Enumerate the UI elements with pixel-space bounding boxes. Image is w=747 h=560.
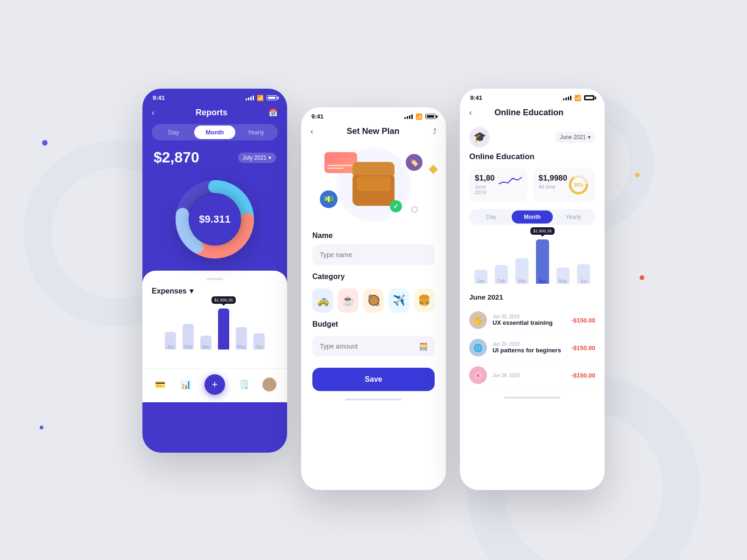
bar3-apr: $1.900,35 Apr <box>536 239 549 284</box>
txn-2: 🌐 Jun 29, 2019 UI patterns for beginers … <box>469 334 595 362</box>
nav-add-button[interactable]: + <box>204 374 225 395</box>
category-burger[interactable]: 🍔 <box>414 288 435 313</box>
txn-icon-1: 🖐️ <box>469 311 487 329</box>
phone-online-education: 9:41 📶 ‹ Online Education 🎓 <box>460 89 605 490</box>
expenses-header[interactable]: Expenses ▾ <box>152 287 278 295</box>
time-3: 9:41 <box>470 94 482 101</box>
txn-name-2: UI patterns for beginers <box>493 347 566 354</box>
period-badge-3[interactable]: June 2021 ▾ <box>555 132 595 143</box>
expense-bar-chart: Jan Feb Mar $1.900,35 Apr May <box>152 303 278 359</box>
wifi-3: 📶 <box>574 95 581 101</box>
chevron-down-icon-3: ▾ <box>588 134 591 140</box>
back-button-3[interactable]: ‹ <box>469 108 472 118</box>
tab3-yearly[interactable]: Yearly <box>553 210 594 224</box>
float-badge: 🏷️ <box>406 154 423 171</box>
june-section-title: June 2021 <box>460 293 605 307</box>
time-1: 9:41 <box>153 94 165 101</box>
edu-header: ‹ Online Education <box>460 104 605 124</box>
period-tab-bar-3: Day Month Yearly <box>469 209 595 225</box>
save-button[interactable]: Save <box>312 368 435 391</box>
profile-row: 🎓 June 2021 ▾ <box>460 124 605 152</box>
progress-label: 36% <box>574 182 583 188</box>
wifi-2: 📶 <box>416 113 423 120</box>
chevron-down-icon: ▾ <box>268 154 271 161</box>
status-bar-1: 9:41 📶 <box>142 89 287 104</box>
tab-yearly[interactable]: Yearly <box>235 126 276 139</box>
float-circle <box>411 206 418 213</box>
category-coffee[interactable]: ☕ <box>338 288 358 313</box>
calculator-icon: 🧮 <box>419 342 428 351</box>
drag-handle <box>206 278 223 280</box>
bar-label3-jan: Jan <box>477 279 485 284</box>
edu-name: Online Education <box>460 152 605 168</box>
txn-date-3: Jun 28, 2019 <box>493 373 566 378</box>
category-taxi[interactable]: 🚕 <box>312 288 333 313</box>
bar-label-jan: Jan <box>167 344 174 350</box>
name-section: Name <box>301 231 446 265</box>
bar-label-jun: Jun <box>255 344 263 350</box>
txn-date-2: Jun 29, 2019 <box>493 342 566 347</box>
bar-label-apr: Apr <box>219 344 227 350</box>
edu-icon: 🎓 <box>469 127 490 147</box>
phone-set-plan: 9:41 📶 ‹ Set New Plan ⤴ <box>301 107 446 490</box>
total-amount: $2,870 <box>154 149 199 166</box>
stat2-period: All time <box>539 184 567 189</box>
wifi-1: 📶 <box>257 95 264 101</box>
bar3-may: May <box>557 267 570 284</box>
transaction-list: 🖐️ Jun 30, 2019 UX essential training -$… <box>460 307 605 389</box>
nav-home[interactable]: 💳 <box>153 378 167 392</box>
home-indicator-2 <box>345 399 402 400</box>
back-button-2[interactable]: ‹ <box>310 126 313 136</box>
plan-title: Set New Plan <box>346 126 399 136</box>
status-icons-2: 📶 <box>404 113 436 120</box>
progress-circle: 36% <box>567 174 590 196</box>
category-travel[interactable]: ✈️ <box>388 288 409 313</box>
txn-icon-2: 🌐 <box>469 339 487 357</box>
nav-avatar[interactable] <box>262 378 276 392</box>
time-2: 9:41 <box>311 113 324 120</box>
budget-input[interactable] <box>312 336 435 357</box>
share-icon[interactable]: ⤴ <box>433 127 437 136</box>
bar-jan: Jan <box>165 332 176 350</box>
signal-3 <box>563 96 571 100</box>
plan-header: ‹ Set New Plan ⤴ <box>301 123 446 143</box>
back-button-1[interactable]: ‹ <box>152 108 155 118</box>
stats-row: $1,80 June 2019 $1,9980 All time <box>460 168 605 209</box>
battery-1 <box>267 95 277 100</box>
txn-name-1: UX essential training <box>493 319 566 326</box>
edu-bar-chart: Jan Feb Mar $1.900,35 Apr May Jun <box>460 232 605 293</box>
txn-info-2: Jun 29, 2019 UI patterns for beginers <box>493 342 566 354</box>
battery-2 <box>425 114 436 119</box>
budget-label: Budget <box>312 320 435 329</box>
bar-rect3-apr <box>536 239 549 284</box>
tab-day[interactable]: Day <box>153 126 194 139</box>
bar-label3-feb: Feb <box>497 279 505 284</box>
calendar-icon[interactable]: 📅 <box>268 108 278 117</box>
bottom-nav-1: 💳 📊 + 🗒️ <box>142 368 287 402</box>
phone-reports: 9:41 📶 ‹ Reports 📅 Day <box>142 89 287 453</box>
nav-transactions[interactable]: 🗒️ <box>237 378 251 392</box>
battery-3 <box>584 95 594 100</box>
status-bar-2: 9:41 📶 <box>301 107 446 123</box>
txn-info-3: Jun 28, 2019 <box>493 373 566 378</box>
tab3-month[interactable]: Month <box>512 210 553 224</box>
txn-amount-1: -$150.00 <box>571 317 595 324</box>
tab3-day[interactable]: Day <box>471 210 512 224</box>
wallet-check: ✓ <box>390 200 402 212</box>
bar-label3-may: May <box>559 279 568 284</box>
stat-card-1: $1,80 June 2019 <box>469 168 528 202</box>
txn-3: 🌸 Jun 28, 2019 -$150.00 <box>469 362 595 389</box>
period-tab-bar: Day Month Yearly <box>152 124 278 140</box>
signal-1 <box>246 96 254 100</box>
signal-2 <box>404 114 413 119</box>
bar3-jan: Jan <box>474 270 487 284</box>
nav-chart[interactable]: 📊 <box>179 378 193 392</box>
bar-apr: $1.900,35 Apr <box>218 308 229 350</box>
name-input[interactable] <box>312 245 435 265</box>
bar-label3-mar: Mar <box>518 279 526 284</box>
period-selector[interactable]: July 2021 ▾ <box>238 153 276 163</box>
float-diamond <box>429 165 438 174</box>
category-label: Category <box>312 273 435 281</box>
category-food[interactable]: 🥘 <box>363 288 384 313</box>
tab-month[interactable]: Month <box>194 126 235 139</box>
